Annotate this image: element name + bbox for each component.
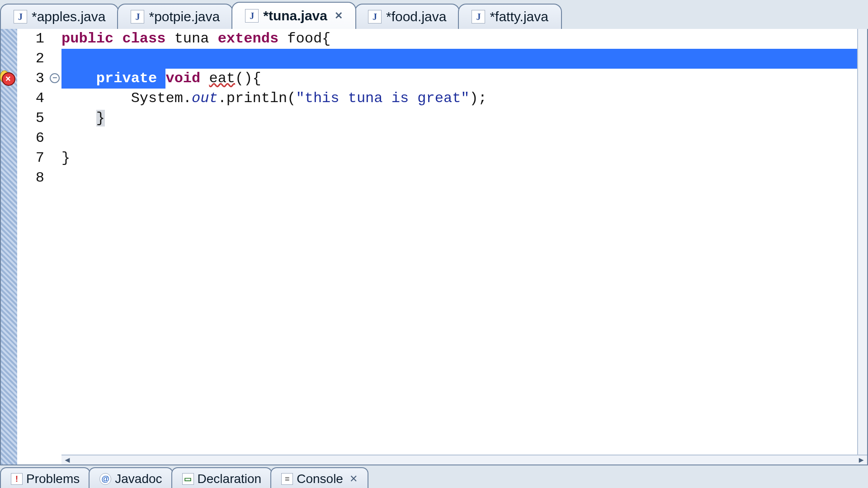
annotation-ruler[interactable] xyxy=(1,29,17,465)
view-tab-problems[interactable]: ! Problems xyxy=(0,467,90,488)
line-number-ruler[interactable]: 1 2 3 4 5 6 7 8 xyxy=(17,29,50,465)
folding-ruler[interactable] xyxy=(50,29,61,465)
code-line: } xyxy=(61,148,867,168)
line-number: 4 xyxy=(17,89,44,108)
line-number: 8 xyxy=(17,168,44,188)
tab-apples[interactable]: J *apples.java xyxy=(0,4,119,29)
code-line: public class tuna extends food{ xyxy=(61,29,867,49)
editor-area: J *apples.java J *potpie.java J *tuna.ja… xyxy=(0,0,868,488)
code-line xyxy=(61,168,867,188)
view-tab-label: Problems xyxy=(26,472,80,486)
tab-label: *fatty.java xyxy=(490,9,548,24)
line-number: 7 xyxy=(17,148,44,168)
view-tab-console[interactable]: ≡ Console ✕ xyxy=(270,467,368,488)
problems-icon: ! xyxy=(11,473,23,485)
line-number: 6 xyxy=(17,128,44,148)
code-line: private void eat(){ xyxy=(61,69,867,89)
java-file-icon: J xyxy=(14,10,27,23)
scroll-left-icon[interactable]: ◄ xyxy=(63,455,71,465)
declaration-icon: ▭ xyxy=(182,473,194,485)
error-marker-icon[interactable] xyxy=(2,72,15,86)
java-file-icon: J xyxy=(131,10,144,23)
editor-tab-bar: J *apples.java J *potpie.java J *tuna.ja… xyxy=(0,0,868,29)
tab-tuna[interactable]: J *tuna.java ✕ xyxy=(231,2,356,29)
console-icon: ≡ xyxy=(281,473,293,485)
java-file-icon: J xyxy=(245,9,259,23)
horizontal-scrollbar[interactable]: ◄ ► xyxy=(61,455,867,465)
close-icon[interactable]: ✕ xyxy=(335,10,343,22)
view-tab-label: Javadoc xyxy=(115,472,162,486)
tab-label: *potpie.java xyxy=(149,9,220,24)
tab-label: *apples.java xyxy=(32,9,105,24)
view-tab-javadoc[interactable]: @ Javadoc xyxy=(89,467,173,488)
view-tab-declaration[interactable]: ▭ Declaration xyxy=(171,467,273,488)
text-selection xyxy=(61,49,862,69)
tab-label: *food.java xyxy=(386,9,446,24)
code-editor[interactable]: 1 2 3 4 5 6 7 8 public class tuna extend… xyxy=(0,29,868,465)
code-line xyxy=(61,128,867,148)
scroll-right-icon[interactable]: ► xyxy=(857,455,865,465)
tab-potpie[interactable]: J *potpie.java xyxy=(117,4,233,29)
line-number: 1 xyxy=(17,29,44,49)
line-number: 3 xyxy=(17,69,44,89)
tab-label: *tuna.java xyxy=(263,8,327,23)
close-icon[interactable]: ✕ xyxy=(349,473,358,485)
tab-fatty[interactable]: J *fatty.java xyxy=(458,4,562,29)
fold-collapse-icon[interactable] xyxy=(50,73,60,83)
view-tab-label: Declaration xyxy=(198,472,262,486)
line-number: 2 xyxy=(17,49,44,69)
tab-food[interactable]: J *food.java xyxy=(354,4,460,29)
java-file-icon: J xyxy=(368,10,382,23)
bottom-views-tab-bar: ! Problems @ Javadoc ▭ Declaration ≡ Con… xyxy=(0,465,868,488)
view-tab-label: Console xyxy=(297,472,343,486)
overview-ruler[interactable] xyxy=(857,29,867,455)
javadoc-icon: @ xyxy=(99,473,111,485)
code-line: System.out.println("this tuna is great")… xyxy=(61,89,867,108)
code-line: } xyxy=(61,108,867,128)
java-file-icon: J xyxy=(472,10,485,23)
line-number: 5 xyxy=(17,108,44,128)
code-text-area[interactable]: public class tuna extends food{ private … xyxy=(61,29,867,465)
